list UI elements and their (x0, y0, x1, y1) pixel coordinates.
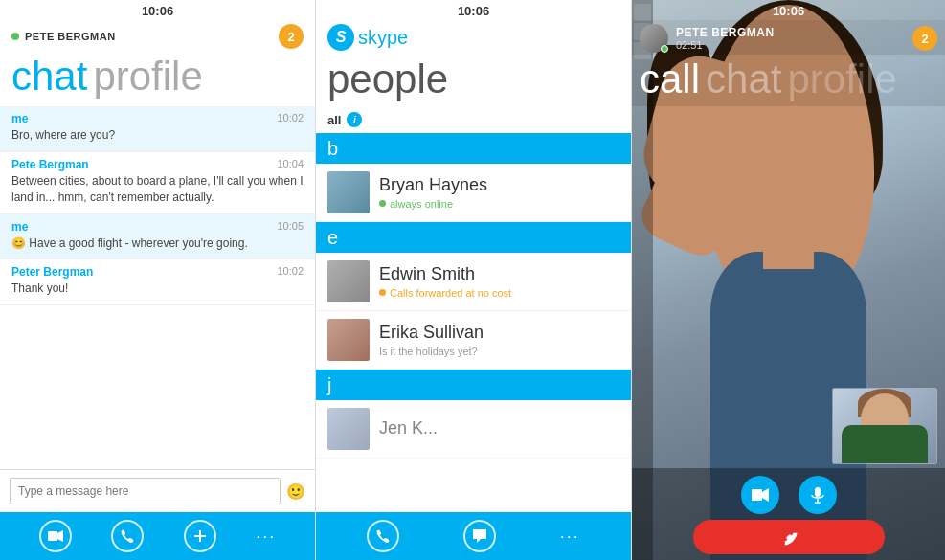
page-title-2: people (316, 53, 631, 110)
online-dot-1 (11, 33, 19, 40)
title-people: people (327, 56, 448, 101)
contact-item-edwin[interactable]: Edwin Smith Calls forwarded at no cost (316, 253, 631, 311)
badge-1[interactable]: 2 (279, 24, 304, 49)
msg-time-2: 10:04 (277, 158, 304, 171)
status-dot-edwin (379, 289, 386, 296)
contact-status-bryan: always online (379, 198, 619, 210)
add-button-1[interactable] (184, 520, 216, 552)
call-panel: 10:06 PETE BERGMAN 02:51 2 call chat pro… (632, 0, 945, 560)
svg-rect-0 (48, 531, 57, 541)
msg-sender-4: Peter Bergman (11, 265, 93, 279)
call-timer: 02:51 (676, 39, 905, 51)
contact-name-jen: Jen K... (379, 418, 619, 439)
voice-call-button-1[interactable] (111, 520, 144, 552)
video-call-button-1[interactable] (39, 520, 72, 552)
skype-logo[interactable]: S skype (327, 24, 408, 51)
status-text-erika: Is it the holidays yet? (379, 346, 478, 357)
call-badge[interactable]: 2 (912, 26, 937, 51)
message-input[interactable] (10, 478, 281, 504)
call-overlay: 10:06 PETE BERGMAN 02:51 2 call chat pro… (632, 0, 945, 560)
svg-marker-1 (57, 530, 63, 542)
contact-name-label-1: PETE BERGMAN (25, 31, 116, 42)
contact-info-bryan: Bryan Haynes always online (379, 175, 619, 210)
contact-status-erika: Is it the holidays yet? (379, 346, 619, 357)
messages-area: me 10:02 Bro, where are you? Pete Bergma… (0, 106, 315, 469)
msg-sender-3: me (11, 220, 28, 234)
info-icon[interactable]: i (347, 112, 362, 127)
status-bar-3: 10:06 (632, 0, 945, 20)
people-panel: 10:06 S skype people all i b Bryan Hayne… (316, 0, 632, 560)
status-text-bryan: always online (390, 198, 453, 210)
contact-info-erika: Erika Sullivan Is it the holidays yet? (379, 323, 619, 357)
msg-sender-2: Pete Bergman (11, 158, 89, 171)
letter-j-header: j (316, 370, 631, 400)
page-title-1: chatprofile (0, 51, 315, 106)
message-3: me 10:05 😊 Have a good flight - wherever… (0, 214, 315, 260)
title-profile-gray: profile (787, 56, 896, 102)
chat-panel: 10:06 PETE BERGMAN 2 chatprofile me 10:0… (0, 0, 316, 560)
msg-text-3: 😊 Have a good flight - wherever you're g… (11, 235, 304, 252)
message-1: me 10:02 Bro, where are you? (0, 106, 315, 152)
msg-time-4: 10:02 (277, 265, 304, 279)
msg-time-3: 10:05 (277, 220, 304, 234)
msg-text-4: Thank you! (11, 280, 304, 297)
call-online-dot (661, 45, 668, 53)
all-label: all i (316, 110, 631, 133)
contact-info-edwin: Edwin Smith Calls forwarded at no cost (379, 264, 619, 299)
more-options-button-1[interactable]: ··· (256, 526, 276, 547)
msg-sender-1: me (11, 112, 28, 125)
chat-button-2[interactable] (463, 520, 496, 552)
svg-rect-4 (752, 489, 762, 501)
call-title: call chat profile (632, 55, 945, 106)
status-dot-bryan (379, 200, 386, 207)
message-2: Pete Bergman 10:04 Between cities, about… (0, 152, 315, 214)
emoji-icon[interactable]: 🙂 (286, 482, 305, 501)
contact-name-edwin: Edwin Smith (379, 264, 619, 285)
svg-rect-6 (815, 487, 821, 497)
title-chat: chat (11, 54, 87, 99)
call-avatar (640, 24, 668, 53)
message-4: Peter Bergman 10:02 Thank you! (0, 259, 315, 305)
contact-info-jen: Jen K... (379, 418, 619, 439)
self-body-shape (842, 425, 928, 463)
contact-item-bryan[interactable]: Bryan Haynes always online (316, 164, 631, 222)
msg-time-1: 10:02 (277, 112, 304, 125)
title-profile: profile (93, 54, 202, 99)
top-bar-2: S skype (316, 20, 631, 53)
call-btn-row (741, 476, 837, 514)
msg-header-3: me 10:05 (11, 220, 304, 234)
call-contact-info: PETE BERGMAN 02:51 (676, 26, 905, 51)
title-call: call (640, 56, 700, 102)
voice-call-button-2[interactable] (367, 520, 399, 552)
bottom-bar-2: ··· (316, 512, 631, 560)
contact-name-1: PETE BERGMAN (11, 31, 116, 42)
contact-item-erika[interactable]: Erika Sullivan Is it the holidays yet? (316, 311, 631, 370)
skype-text: skype (358, 27, 408, 49)
avatar-erika (327, 319, 370, 361)
contact-name-bryan: Bryan Haynes (379, 175, 619, 196)
msg-text-1: Bro, where are you? (11, 127, 304, 144)
skype-icon: S (327, 24, 354, 51)
msg-text-2: Between cities, about to board a plane, … (11, 173, 304, 206)
contacts-list: b Bryan Haynes always online e Edwin Smi… (316, 133, 631, 512)
message-input-area: 🙂 (0, 469, 315, 512)
letter-e-header: e (316, 222, 631, 253)
call-top-bar: PETE BERGMAN 02:51 2 (632, 20, 945, 55)
svg-marker-5 (762, 488, 769, 502)
title-chat-gray: chat (706, 56, 781, 102)
msg-header-1: me 10:02 (11, 112, 304, 125)
mute-button[interactable] (799, 476, 837, 514)
video-toggle-button[interactable] (741, 476, 779, 514)
self-face-bg (833, 389, 936, 463)
contact-status-edwin: Calls forwarded at no cost (379, 287, 619, 299)
all-text: all (327, 113, 341, 127)
status-bar-1: 10:06 (0, 0, 315, 20)
more-options-button-2[interactable]: ··· (560, 526, 580, 547)
contact-item-jen[interactable]: Jen K... (316, 400, 631, 459)
msg-header-4: Peter Bergman 10:02 (11, 265, 304, 279)
call-controls (632, 468, 945, 560)
self-view (832, 388, 937, 464)
avatar-jen (327, 408, 370, 450)
letter-b-header: b (316, 133, 631, 164)
end-call-button[interactable] (693, 520, 885, 554)
